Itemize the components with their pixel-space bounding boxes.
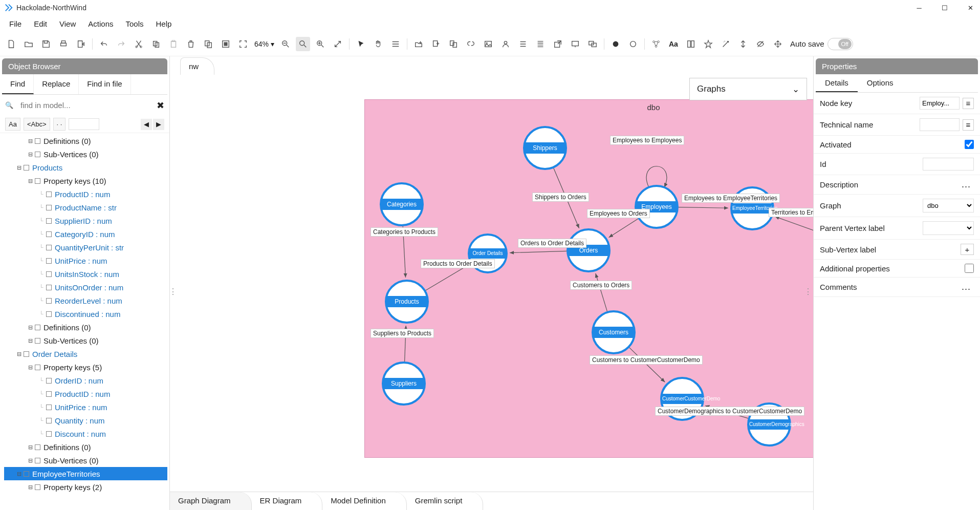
magic-button[interactable] xyxy=(718,37,733,51)
tree-row[interactable]: └UnitPrice : num xyxy=(4,254,167,267)
right-resize-handle[interactable]: ⋮ xyxy=(804,287,812,296)
hide-button[interactable] xyxy=(753,37,768,51)
cut-button[interactable] xyxy=(132,37,146,51)
export-button[interactable] xyxy=(74,37,88,51)
tree-row[interactable]: └UnitPrice : num xyxy=(4,400,167,414)
prop-input[interactable] xyxy=(923,158,974,171)
prop-checkbox[interactable] xyxy=(965,140,974,149)
clear-search-button[interactable]: ✖ xyxy=(157,100,164,111)
auto-save-toggle[interactable]: Off xyxy=(827,38,853,50)
new-file-button[interactable] xyxy=(4,37,18,51)
text-button[interactable]: Aa xyxy=(666,37,681,51)
ob-tab-find[interactable]: Find xyxy=(2,74,34,94)
props-tab-details[interactable]: Details xyxy=(816,74,858,92)
prop-checkbox[interactable] xyxy=(965,264,974,273)
tree-row[interactable]: ⊟Order Details xyxy=(4,347,167,360)
list-compact-button[interactable] xyxy=(533,37,548,51)
tree-row[interactable]: └Quantity : num xyxy=(4,414,167,427)
tree-row[interactable]: └OrderID : num xyxy=(4,374,167,387)
menu-tools[interactable]: Tools xyxy=(120,17,148,30)
tree-row[interactable]: └ProductName : str xyxy=(4,201,167,214)
edge-label[interactable]: Orders to Order Details xyxy=(518,239,586,248)
tree-row[interactable]: ⊟Sub-Vertices (0) xyxy=(4,147,167,161)
tree-row[interactable]: └ProductID : num xyxy=(4,187,167,201)
menu-edit[interactable]: Edit xyxy=(29,17,52,30)
tree-row[interactable]: ⊟Definitions (0) xyxy=(4,321,167,334)
undo-button[interactable] xyxy=(97,37,111,51)
ob-tab-replace[interactable]: Replace xyxy=(34,74,79,94)
tree-row[interactable]: └ReorderLevel : num xyxy=(4,294,167,307)
tree-row[interactable]: └Discount : num xyxy=(4,427,167,440)
hand-tool-button[interactable] xyxy=(371,37,385,51)
menu-actions[interactable]: Actions xyxy=(83,17,118,30)
prop-menu-button[interactable]: ≡ xyxy=(963,119,974,131)
graph-node-products[interactable]: Products xyxy=(385,280,429,324)
prop-input[interactable] xyxy=(920,118,960,131)
copy-button[interactable] xyxy=(149,37,163,51)
view-selector[interactable]: Graphs ⌄ xyxy=(689,78,807,100)
list-button[interactable] xyxy=(516,37,530,51)
bottom-tab-er-diagram[interactable]: ER Diagram xyxy=(252,492,323,510)
add-container-button[interactable] xyxy=(411,37,426,51)
bottom-tab-model-definition[interactable]: Model Definition xyxy=(322,492,407,510)
screens-button[interactable] xyxy=(585,37,600,51)
filter-input[interactable] xyxy=(69,118,99,130)
open-button[interactable] xyxy=(21,37,36,51)
graph-node-shippers[interactable]: Shippers xyxy=(523,126,567,170)
edge-label[interactable]: Shippers to Orders xyxy=(532,193,589,202)
edge-label[interactable]: Products to Order Details xyxy=(421,259,495,268)
edge-label[interactable]: Suppliers to Products xyxy=(371,329,434,338)
tree-row[interactable]: ⊟Sub-Vertices (0) xyxy=(4,454,167,467)
print-button[interactable] xyxy=(56,37,71,51)
menu-file[interactable]: File xyxy=(4,17,27,30)
prop-menu-button[interactable]: ≡ xyxy=(963,98,974,109)
edge-label[interactable]: Categories to Products xyxy=(371,227,438,237)
maximize-button[interactable]: ☐ xyxy=(939,2,950,13)
ob-tab-find-in-file[interactable]: Find in file xyxy=(79,74,130,94)
edge-label[interactable]: Customers to CustomerCustomerDemo xyxy=(590,355,703,365)
graph-node-customers[interactable]: Customers xyxy=(592,310,636,354)
graph-node-employees[interactable]: Employees xyxy=(635,185,679,229)
tree-row[interactable]: ⊟Definitions (0) xyxy=(4,440,167,454)
prop-ellipsis-button[interactable]: ... xyxy=(959,282,974,292)
graph-node-categories[interactable]: Categories xyxy=(380,182,424,226)
add-view-button[interactable] xyxy=(446,37,461,51)
prop-select[interactable]: dbo xyxy=(923,199,974,213)
close-button[interactable]: ✕ xyxy=(965,2,976,13)
record-outline-button[interactable] xyxy=(626,37,640,51)
add-relationship-button[interactable] xyxy=(464,37,478,51)
add-entity-button[interactable] xyxy=(429,37,443,51)
duplicate-button[interactable] xyxy=(201,37,215,51)
bottom-tab-gremlin-script[interactable]: Gremlin script xyxy=(407,492,484,510)
expand-button[interactable] xyxy=(331,37,345,51)
edge-label[interactable]: Customers to Orders xyxy=(570,281,632,290)
tree-row[interactable]: └SupplierID : num xyxy=(4,214,167,227)
fit-button[interactable] xyxy=(236,37,250,51)
prev-match-button[interactable]: ◀ xyxy=(141,119,152,130)
edge-label[interactable]: Territories to EmployeeTerritories xyxy=(769,208,813,217)
prop-input[interactable] xyxy=(920,97,960,110)
redo-button[interactable] xyxy=(114,37,128,51)
tree-row[interactable]: ⊟Property keys (2) xyxy=(4,480,167,494)
props-tab-options[interactable]: Options xyxy=(858,74,903,92)
pointer-tool-button[interactable] xyxy=(354,37,368,51)
tree-row[interactable]: └QuantityPerUnit : str xyxy=(4,241,167,254)
next-match-button[interactable]: ▶ xyxy=(153,119,164,130)
move-button[interactable] xyxy=(771,37,785,51)
image-button[interactable] xyxy=(481,37,495,51)
diagram-canvas[interactable]: dbo ShippersCategoriesEmployeesEmployeeT… xyxy=(170,75,813,492)
zoom-reset-button[interactable] xyxy=(296,37,310,51)
tree-row[interactable]: └UnitsInStock : num xyxy=(4,267,167,281)
match-case-toggle[interactable]: Aa xyxy=(5,118,20,131)
menu-view[interactable]: View xyxy=(54,17,81,30)
tree-row[interactable]: └Discontinued : num xyxy=(4,307,167,321)
tree-row[interactable]: ⊟Products xyxy=(4,161,167,174)
prop-add-button[interactable]: + xyxy=(961,244,974,255)
graph-node-suppliers[interactable]: Suppliers xyxy=(382,362,426,406)
zoom-in-button[interactable] xyxy=(313,37,328,51)
tree-row[interactable]: ⊟Definitions (0) xyxy=(4,134,167,147)
record-button[interactable] xyxy=(608,37,623,51)
save-button[interactable] xyxy=(39,37,53,51)
align-button[interactable] xyxy=(388,37,403,51)
tree-row[interactable]: └UnitsOnOrder : num xyxy=(4,281,167,294)
